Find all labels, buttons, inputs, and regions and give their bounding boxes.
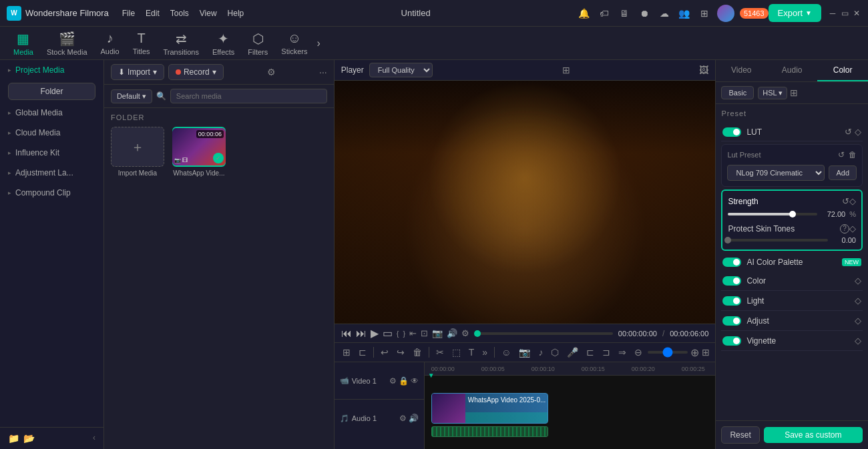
toolbar-media[interactable]: ▦ Media	[7, 28, 40, 59]
audio-clip[interactable]	[431, 426, 548, 437]
lut-preset-reset-icon[interactable]: ↺	[838, 150, 845, 159]
track-visible-icon[interactable]: 👁	[411, 376, 419, 386]
vignette-diamond-icon[interactable]: ◇	[855, 336, 861, 346]
tl-forward-icon[interactable]: ⇒	[616, 346, 629, 359]
basic-button[interactable]: Basic	[721, 86, 754, 99]
tl-magnet-icon[interactable]: ⊏	[356, 346, 369, 359]
add-folder-icon[interactable]: 📁	[8, 433, 19, 444]
frame-back-icon[interactable]: ⏭	[356, 328, 367, 340]
lut-toggle[interactable]	[722, 127, 741, 137]
tl-add-track-icon[interactable]: ⊕	[690, 346, 699, 359]
nav-global-media[interactable]: ▸ Global Media	[0, 103, 103, 123]
strength-slider[interactable]	[728, 213, 817, 215]
lut-delete-icon[interactable]: 🗑	[849, 150, 857, 159]
strength-reset-icon[interactable]: ↺	[842, 196, 849, 206]
extract-audio-icon[interactable]: ⇤	[409, 328, 417, 338]
nav-project-media[interactable]: ▸ Project Media	[0, 60, 103, 80]
color-toggle[interactable]	[722, 276, 741, 286]
nav-adjustment-layer[interactable]: ▸ Adjustment La...	[0, 163, 103, 183]
protect-help-icon[interactable]: ?	[840, 224, 849, 234]
audio-track-mute-icon[interactable]: 🔊	[409, 414, 419, 423]
quality-select[interactable]: Full Quality Half Quality	[369, 63, 433, 77]
toolbar-expand-icon[interactable]: ›	[316, 37, 320, 49]
menu-file[interactable]: File	[122, 9, 135, 18]
toolbar-titles[interactable]: T Titles	[126, 28, 157, 58]
vignette-toggle[interactable]	[722, 336, 741, 346]
folder-button[interactable]: Folder	[8, 83, 95, 100]
tl-redo-icon[interactable]: ↪	[394, 346, 407, 359]
tl-cut-icon[interactable]: ✂	[433, 346, 447, 359]
tl-zoom-slider[interactable]	[648, 351, 688, 354]
menu-help[interactable]: Help	[228, 9, 244, 18]
toolbar-stock-media[interactable]: 🎬 Stock Media	[40, 28, 94, 59]
menu-tools[interactable]: Tools	[170, 9, 189, 18]
tl-emoji-icon[interactable]: ☺	[499, 346, 513, 359]
light-diamond-icon[interactable]: ◇	[855, 296, 861, 306]
export-button[interactable]: Export ▼	[769, 4, 821, 22]
filter-icon[interactable]: ⚙	[267, 67, 276, 77]
hsl-adjust-icon[interactable]: ⊞	[790, 87, 798, 98]
user-avatar[interactable]	[717, 5, 734, 22]
tl-delete-icon[interactable]: 🗑	[410, 346, 425, 359]
grid-apps-icon[interactable]: ⊞	[697, 6, 712, 21]
play-icon[interactable]: ▶	[371, 327, 379, 340]
close-button[interactable]: ✕	[852, 9, 861, 18]
lut-add-button[interactable]: Add	[829, 165, 857, 180]
tl-merge-icon[interactable]: ⊏	[584, 346, 597, 359]
lut-preset-select[interactable]: NLog 709 Cinematic	[727, 165, 825, 181]
full-screen-preview-icon[interactable]: ⊡	[421, 328, 428, 338]
tl-apps-icon[interactable]: ⊞	[340, 346, 353, 359]
grid-view-icon[interactable]: ⊞	[562, 65, 570, 75]
monitor-icon[interactable]: 🖥	[617, 6, 632, 21]
adjust-diamond-icon[interactable]: ◇	[855, 316, 861, 326]
aspect-ratio-icon[interactable]: ▭	[383, 327, 393, 340]
save-custom-button[interactable]: Save as custom	[764, 427, 863, 443]
tl-camera-icon[interactable]: 📷	[516, 346, 533, 359]
folder-list-icon[interactable]: 📂	[23, 433, 35, 444]
tl-minus-icon[interactable]: ⊖	[632, 346, 645, 359]
community-icon[interactable]: 👥	[677, 6, 692, 21]
notification-icon[interactable]: 🔔	[577, 6, 592, 21]
camera-snapshot-icon[interactable]: 📷	[432, 328, 443, 338]
tl-text-icon[interactable]: T	[466, 346, 477, 359]
adjust-toggle[interactable]	[722, 316, 741, 326]
minimize-button[interactable]: ─	[828, 9, 837, 18]
reset-button[interactable]: Reset	[721, 426, 759, 444]
whatsapp-video-item[interactable]: 00:00:06 📷 🎞 ✓ WhatsApp Vide...	[172, 127, 226, 177]
tl-crop-icon[interactable]: ⬚	[449, 346, 463, 359]
tl-split-icon[interactable]: ⊐	[600, 346, 613, 359]
nav-cloud-media[interactable]: ▸ Cloud Media	[0, 123, 103, 143]
track-lock-icon[interactable]: 🔒	[399, 376, 409, 386]
ai-toggle[interactable]	[722, 258, 741, 267]
default-select-button[interactable]: Default ▾	[111, 89, 152, 103]
more-player-options-icon[interactable]: ⚙	[461, 328, 469, 338]
maximize-button[interactable]: ▭	[840, 9, 849, 18]
lut-reset-icon[interactable]: ↺	[845, 127, 852, 137]
import-media-item[interactable]: ＋ Import Media	[111, 127, 164, 177]
toolbar-transitions[interactable]: ⇄ Transitions	[157, 28, 206, 59]
screen-record-icon[interactable]: ⏺	[637, 6, 652, 21]
strength-diamond-icon[interactable]: ◇	[849, 196, 856, 206]
playback-progress-bar[interactable]	[475, 332, 613, 335]
protect-diamond-icon[interactable]: ◇	[849, 223, 856, 234]
snapshot-icon[interactable]: 🖼	[699, 65, 708, 75]
tab-video[interactable]: Video	[716, 60, 767, 81]
track-settings-icon[interactable]: ⚙	[389, 376, 397, 386]
toolbar-stickers[interactable]: ☺ Stickers	[274, 28, 314, 58]
cloud-icon[interactable]: ☁	[657, 6, 672, 21]
video-clip[interactable]: WhatsApp Video 2025-0...	[431, 393, 548, 424]
hsl-select-button[interactable]: HSL ▾	[758, 87, 787, 99]
tl-mic-icon[interactable]: 🎤	[564, 346, 581, 359]
light-toggle[interactable]	[722, 296, 741, 306]
nav-influence-kit[interactable]: ▸ Influence Kit	[0, 143, 103, 163]
lut-diamond-icon[interactable]: ◇	[855, 127, 861, 137]
audio-track-settings-icon[interactable]: ⚙	[399, 414, 407, 423]
toolbar-effects[interactable]: ✦ Effects	[206, 28, 241, 59]
tl-more-icon[interactable]: »	[479, 346, 490, 359]
toolbar-filters[interactable]: ⬡ Filters	[241, 28, 274, 59]
search-input[interactable]	[170, 89, 327, 103]
tl-shield-icon[interactable]: ⬡	[548, 346, 562, 359]
badge-icon[interactable]: 🏷	[597, 6, 612, 21]
volume-icon[interactable]: 🔊	[447, 328, 457, 338]
menu-edit[interactable]: Edit	[146, 9, 160, 18]
